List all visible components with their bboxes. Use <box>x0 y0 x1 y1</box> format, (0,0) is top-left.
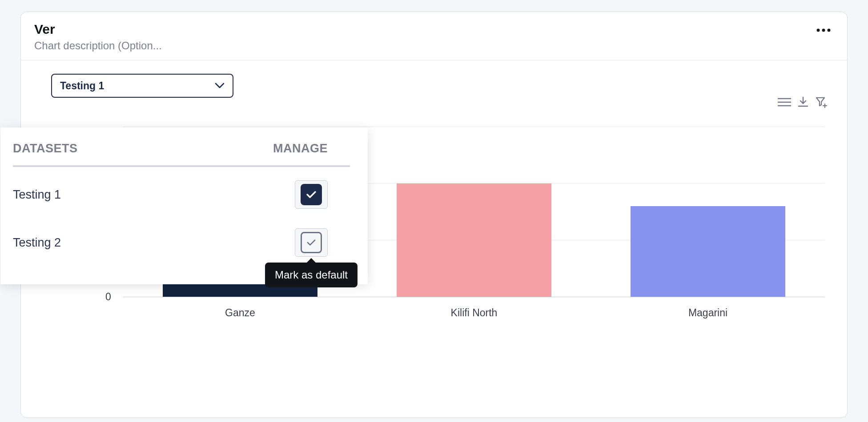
chart-description[interactable]: Chart description (Option... <box>34 40 162 52</box>
chevron-down-icon <box>215 83 225 89</box>
download-icon <box>797 96 809 108</box>
default-toggle[interactable]: Mark as default <box>295 228 328 257</box>
chart-title[interactable]: Ver <box>34 22 162 37</box>
check-icon <box>301 184 322 205</box>
filter-add-button[interactable] <box>815 96 828 110</box>
x-tick-label: Kilifi North <box>451 307 498 319</box>
svg-point-2 <box>828 29 831 32</box>
card-header: Ver Chart description (Option... <box>21 12 847 60</box>
chart-bar[interactable] <box>631 206 785 297</box>
dataset-select[interactable]: Testing 1 <box>51 74 233 98</box>
chart-menu-button[interactable] <box>778 97 791 109</box>
check-icon <box>301 232 322 253</box>
tooltip: Mark as default <box>265 263 358 287</box>
filter-plus-icon <box>815 96 828 108</box>
manage-heading[interactable]: MANAGE <box>273 142 328 155</box>
dataset-row: Testing 2 Mark as default <box>13 219 350 267</box>
dataset-row: Testing 1 <box>13 171 350 219</box>
download-button[interactable] <box>797 96 809 110</box>
dataset-item-label[interactable]: Testing 1 <box>13 188 61 202</box>
chart-toolbar <box>778 96 828 110</box>
x-tick-label: Magarini <box>688 307 727 319</box>
chart-bar[interactable] <box>397 183 551 297</box>
dataset-item-label[interactable]: Testing 2 <box>13 236 61 250</box>
more-options-button[interactable] <box>813 25 834 35</box>
svg-point-1 <box>822 29 825 32</box>
dataset-dropdown-panel: DATASETS MANAGE Testing 1 Testing 2 <box>0 127 368 284</box>
x-tick-label: Ganze <box>225 307 255 319</box>
more-horizontal-icon <box>816 28 831 32</box>
dataset-select-label: Testing 1 <box>60 80 104 92</box>
y-tick-label: 0 <box>105 291 111 303</box>
menu-icon <box>778 97 791 107</box>
datasets-heading: DATASETS <box>13 142 78 155</box>
chart-card: Ver Chart description (Option... Testing… <box>20 12 848 418</box>
default-toggle[interactable] <box>295 180 328 209</box>
svg-point-0 <box>817 29 820 32</box>
